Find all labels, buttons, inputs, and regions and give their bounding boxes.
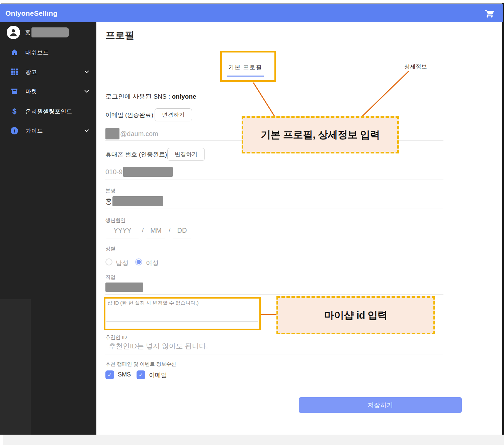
annotation-text: 마이샵 id 입력 — [324, 309, 388, 322]
email-label: 이메일 (인증완료) — [105, 111, 153, 119]
save-button[interactable]: 저장하기 — [299, 397, 462, 413]
sidebar-item-label: 가이드 — [25, 127, 84, 135]
annotation-box-shop-id — [104, 297, 261, 330]
divider — [105, 294, 443, 295]
grid-icon — [10, 68, 19, 76]
detail-info-label: 상세정보 — [404, 63, 427, 71]
check-icon: ✓ — [139, 372, 143, 378]
divider — [105, 354, 443, 354]
sidebar-item-label: 마켓 — [25, 88, 84, 95]
sidebar-item-points[interactable]: $ 온리원셀링포인트 — [0, 104, 96, 119]
person-icon — [8, 27, 19, 38]
phone-change-button[interactable]: 변경하기 — [167, 148, 205, 161]
birthdate-label: 생년월일 — [105, 217, 125, 224]
footer-strip — [3, 435, 504, 445]
divider — [105, 180, 443, 180]
referrer-label: 추천인 ID — [105, 334, 127, 341]
annotation-note-profile: 기본 프로필, 상세정보 입력 — [242, 116, 399, 153]
sidebar-item-dashboard[interactable]: 대쉬보드 — [0, 45, 96, 60]
redaction-box — [112, 196, 163, 206]
sidebar-item-ads[interactable]: 광고 — [0, 65, 96, 79]
annotation-box-tab — [220, 51, 276, 82]
radio-dot — [137, 260, 141, 264]
page-title: 프로필 — [105, 29, 135, 42]
store-icon — [10, 87, 19, 96]
annotation-text: 기본 프로필, 상세정보 입력 — [261, 128, 380, 142]
birth-day-input[interactable]: DD — [173, 227, 191, 234]
window-right-border — [502, 3, 504, 435]
radio-male[interactable] — [105, 258, 112, 265]
radio-female-selected[interactable] — [135, 258, 142, 265]
radio-female-label[interactable]: 여성 — [146, 259, 159, 267]
birth-day-underline — [173, 238, 191, 238]
sns-login-prefix: 로그인에 사용된 SNS : — [105, 93, 172, 100]
cart-icon[interactable] — [485, 8, 495, 18]
sidebar-item-guide[interactable]: i 가이드 — [0, 123, 96, 138]
sidebar-item-label: 대쉬보드 — [25, 49, 89, 57]
gender-label: 성별 — [105, 246, 115, 252]
sidebar-item-market[interactable]: 마켓 — [0, 84, 96, 99]
info-icon: i — [10, 126, 19, 135]
redaction-box — [105, 283, 143, 292]
referrer-input[interactable]: 추천인ID는 넣지 않아도 됩니다. — [109, 341, 208, 351]
sms-checkbox-label[interactable]: SMS — [118, 371, 131, 378]
email-checkbox-checked[interactable]: ✓ — [137, 370, 145, 379]
phone-value-prefix: 010-9 — [105, 168, 122, 176]
home-icon — [10, 48, 19, 57]
email-value: @daum.com — [105, 128, 158, 139]
birth-separator: / — [142, 227, 144, 234]
top-header-bar: OnlyoneSelling — [0, 4, 503, 22]
chevron-down-icon — [84, 70, 89, 74]
redaction-box — [123, 167, 173, 177]
sidebar-item-label: 광고 — [25, 68, 84, 76]
user-avatar — [7, 26, 20, 39]
window-top-rule — [1, 3, 503, 4]
sns-login-value: onlyone — [172, 93, 196, 100]
job-label: 직업 — [105, 274, 115, 281]
phone-value: 010-9 — [105, 167, 173, 177]
sidebar-user-row[interactable]: 홍 — [0, 24, 96, 41]
realname-value: 홍 — [105, 196, 163, 206]
chevron-down-icon — [84, 128, 89, 133]
realname-value-prefix: 홍 — [105, 197, 112, 206]
birth-month-underline — [147, 238, 165, 238]
user-name: 홍 — [25, 27, 69, 37]
email-checkbox-label[interactable]: 이메일 — [149, 371, 167, 379]
birth-separator: / — [169, 227, 170, 234]
check-icon: ✓ — [107, 372, 112, 378]
chevron-down-icon — [84, 89, 89, 94]
sns-login-line: 로그인에 사용된 SNS : onlyone — [105, 92, 196, 101]
marketing-optin-label: 추천 캠페인 및 이벤트 정보수신 — [105, 361, 176, 367]
birth-year-input[interactable]: YYYY — [106, 227, 139, 234]
divider — [105, 209, 443, 209]
app-logo[interactable]: OnlyoneSelling — [5, 9, 58, 17]
redaction-box — [31, 27, 69, 37]
sms-checkbox-checked[interactable]: ✓ — [105, 370, 114, 379]
radio-male-label[interactable]: 남성 — [116, 259, 129, 267]
birth-year-underline — [106, 238, 139, 238]
sidebar-item-label: 온리원셀링포인트 — [25, 108, 89, 115]
redaction-box — [105, 128, 119, 139]
dollar-icon: $ — [10, 107, 19, 116]
sidebar-lower-panel — [0, 299, 31, 435]
email-value-suffix: @daum.com — [120, 130, 158, 138]
phone-label: 휴대폰 번호 (인증완료) — [105, 150, 167, 158]
app-window: OnlyoneSelling 홍 대쉬보드 — [0, 0, 504, 446]
realname-label: 본명 — [105, 188, 115, 194]
birth-month-input[interactable]: MM — [147, 227, 165, 234]
annotation-note-myshop-id: 마이샵 id 입력 — [276, 296, 435, 334]
email-change-button[interactable]: 변경하기 — [155, 108, 192, 121]
user-name-prefix: 홍 — [25, 28, 31, 36]
